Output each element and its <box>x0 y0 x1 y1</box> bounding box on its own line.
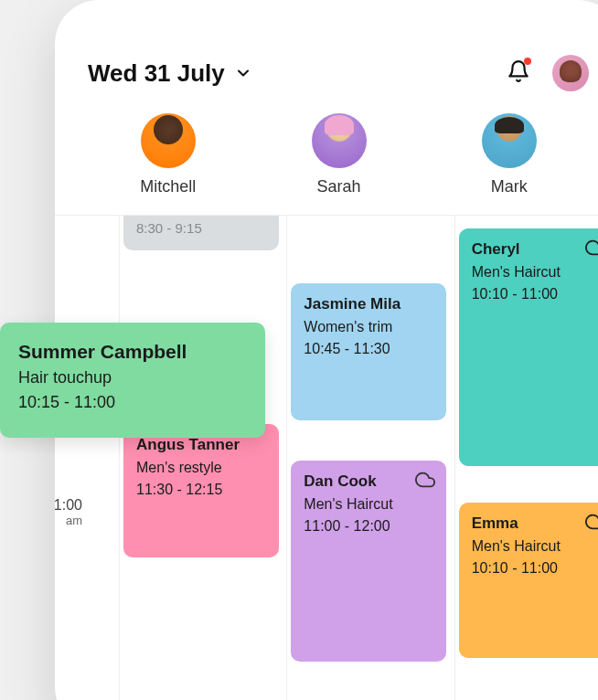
appointment-card-floating[interactable]: Summer Campbell Hair touchup 10:15 - 11:… <box>0 323 265 438</box>
appointment-service: Men's Haircut <box>472 536 598 557</box>
header: Wed 31 July <box>55 37 598 113</box>
staff-name: Mitchell <box>140 177 196 196</box>
appointment-time: 11:00 - 12:00 <box>304 516 433 536</box>
staff-item-mark[interactable]: Mark <box>482 113 537 196</box>
appointment-time: 10:10 - 11:00 <box>472 558 598 578</box>
appointment-card[interactable]: Cheryl Men's Haircut 10:10 - 11:00 <box>459 228 598 466</box>
appointment-client: Jasmine Mila <box>304 294 433 315</box>
appointment-client: Emma <box>472 514 598 535</box>
appointment-service: Women's trim <box>304 317 433 337</box>
staff-name: Mark <box>491 177 528 196</box>
appointment-service: Men's restyle <box>136 458 266 478</box>
staff-avatar <box>482 113 537 168</box>
cloud-icon <box>415 470 435 495</box>
staff-item-mitchell[interactable]: Mitchell <box>140 113 196 196</box>
calendar-columns: 8:30 - 9:15 Angus Tanner Men's restyle 1… <box>119 216 598 700</box>
time-marker-ampm: am <box>55 514 82 527</box>
notification-dot-icon <box>524 58 531 65</box>
appointment-client: Angus Tanner <box>136 435 266 456</box>
appointment-card[interactable]: Emma Men's Haircut 10:10 - 11:00 <box>459 503 598 658</box>
staff-row: Mitchell Sarah Mark <box>55 113 598 215</box>
appointment-time: 10:45 - 11:30 <box>304 339 433 359</box>
appointment-time: 10:15 - 11:00 <box>18 391 247 413</box>
date-picker[interactable]: Wed 31 July <box>88 59 252 88</box>
appointment-time: 10:10 - 11:00 <box>472 284 598 304</box>
header-actions <box>507 55 589 91</box>
cloud-icon <box>585 238 598 263</box>
time-marker-label: 11:00 <box>55 497 82 513</box>
appointment-service: Men's Haircut <box>304 494 433 514</box>
cloud-icon <box>585 512 598 537</box>
calendar-grid[interactable]: 11:00 am 8:30 - 9:15 Angus Tanner Men's … <box>55 215 598 700</box>
appointment-service: Hair touchup <box>18 366 247 388</box>
date-label: Wed 31 July <box>88 59 225 88</box>
appointment-card[interactable]: 8:30 - 9:15 <box>123 216 279 250</box>
staff-avatar <box>312 113 367 168</box>
staff-item-sarah[interactable]: Sarah <box>312 113 367 196</box>
appointment-card[interactable]: Jasmine Mila Women's trim 10:45 - 11:30 <box>291 283 446 420</box>
appointment-card[interactable]: Dan Cook Men's Haircut 11:00 - 12:00 <box>291 461 446 662</box>
staff-name: Sarah <box>316 177 360 196</box>
time-marker: 11:00 am <box>55 497 82 527</box>
appointment-client: Summer Campbell <box>18 339 247 365</box>
notifications-button[interactable] <box>507 59 530 87</box>
profile-avatar[interactable] <box>552 55 589 91</box>
appointment-service: Men's Haircut <box>472 262 598 282</box>
appointment-time: 8:30 - 9:15 <box>136 219 266 238</box>
calendar-column: 8:30 - 9:15 Angus Tanner Men's restyle 1… <box>119 216 286 700</box>
calendar-column: Jasmine Mila Women's trim 10:45 - 11:30 … <box>286 216 454 700</box>
staff-avatar <box>141 113 196 168</box>
appointment-card[interactable]: Angus Tanner Men's restyle 11:30 - 12:15 <box>123 424 279 557</box>
chevron-down-icon <box>234 64 252 82</box>
appointment-client: Cheryl <box>472 239 598 260</box>
appointment-time: 11:30 - 12:15 <box>136 480 266 500</box>
calendar-column: Cheryl Men's Haircut 10:10 - 11:00 Emma … <box>454 216 598 700</box>
appointment-client: Dan Cook <box>304 472 433 493</box>
